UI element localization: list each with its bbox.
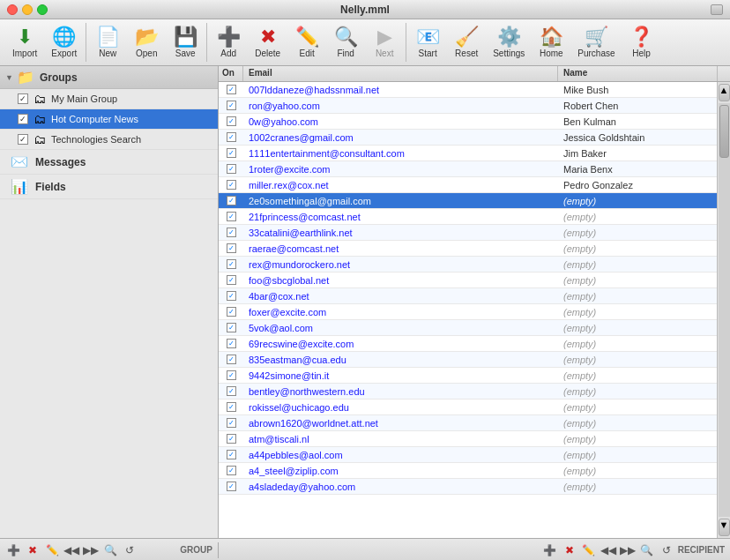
my-main-group-checkbox[interactable]: [18, 93, 28, 104]
table-row[interactable]: atm@tiscali.nl(empty): [219, 431, 717, 447]
sidebar-item-technologies-search[interactable]: 🗂 Technologies Search: [0, 130, 218, 150]
bottom-delete-button[interactable]: ✖: [25, 542, 41, 558]
row-checkbox[interactable]: [227, 116, 236, 126]
table-row[interactable]: a4_steel@ziplip.com(empty): [219, 463, 717, 479]
row-checkbox[interactable]: [227, 259, 236, 269]
import-button[interactable]: ⬇ Import: [5, 26, 44, 60]
table-row[interactable]: 9442simone@tin.it(empty): [219, 368, 717, 384]
recipient-refresh-button[interactable]: ↺: [659, 542, 674, 558]
open-button[interactable]: 📂 Open: [127, 26, 166, 60]
table-row[interactable]: 0w@yahoo.comBen Kulman: [219, 114, 717, 130]
messages-section[interactable]: ✉️ Messages: [0, 150, 218, 175]
row-checkbox[interactable]: [227, 323, 236, 332]
purchase-button[interactable]: 🛒 Purchase: [570, 26, 622, 60]
row-checkbox[interactable]: [227, 339, 236, 348]
edit-button[interactable]: ✏️ Edit: [287, 26, 326, 60]
table-row[interactable]: 69recswine@excite.com(empty): [219, 336, 717, 352]
scrollbar-down[interactable]: ▼: [719, 519, 730, 536]
technologies-search-checkbox[interactable]: [18, 134, 28, 145]
row-checkbox[interactable]: [227, 370, 236, 380]
recipient-delete-button[interactable]: ✖: [562, 542, 577, 558]
minimize-button[interactable]: [22, 4, 33, 15]
fields-section[interactable]: 📊 Fields: [0, 175, 218, 199]
row-checkbox[interactable]: [227, 402, 236, 412]
row-checkbox[interactable]: [227, 386, 236, 396]
table-row[interactable]: 33catalini@earthlink.net(empty): [219, 225, 717, 241]
table-row[interactable]: ron@yahoo.comRobert Chen: [219, 98, 717, 114]
table-row[interactable]: 4bar@cox.net(empty): [219, 288, 717, 304]
row-checkbox[interactable]: [227, 228, 236, 237]
sidebar-item-my-main-group[interactable]: 🗂 My Main Group: [0, 89, 218, 109]
resize-button[interactable]: [711, 4, 723, 15]
table-row[interactable]: 1111entertainment@consultant.comJim Bake…: [219, 146, 717, 161]
table-row[interactable]: rokissel@uchicago.edu(empty): [219, 399, 717, 415]
scrollbar-thumb[interactable]: [719, 105, 729, 158]
table-row[interactable]: a4sladeday@yahoo.com(empty): [219, 479, 717, 495]
recipient-edit-button[interactable]: ✏️: [581, 542, 597, 558]
bottom-prev-button[interactable]: ◀◀: [63, 542, 79, 558]
start-button[interactable]: 📧 Start: [408, 26, 447, 60]
table-row[interactable]: 835eastman@cua.edu(empty): [219, 352, 717, 368]
row-checkbox[interactable]: [227, 243, 236, 253]
bottom-refresh-button[interactable]: ↺: [122, 542, 138, 558]
row-checkbox[interactable]: [227, 466, 236, 475]
next-button[interactable]: ▶ Next: [365, 26, 404, 60]
help-button[interactable]: ❓ Help: [622, 26, 661, 60]
row-checkbox[interactable]: [227, 418, 236, 428]
new-button[interactable]: 📄 New: [88, 26, 127, 60]
table-row[interactable]: 1002cranes@gmail.comJessica Goldshtain: [219, 130, 717, 146]
scrollbar[interactable]: ▲ ▼: [717, 82, 730, 538]
hot-computer-news-checkbox[interactable]: [18, 114, 28, 124]
table-row[interactable]: miller.rex@cox.netPedro Gonzalez: [219, 177, 717, 193]
col-name-header[interactable]: Name: [558, 66, 717, 81]
row-checkbox[interactable]: [227, 164, 236, 174]
row-checkbox[interactable]: [227, 291, 236, 301]
export-button[interactable]: 🌐 Export: [44, 26, 84, 60]
row-checkbox[interactable]: [227, 148, 236, 158]
row-checkbox[interactable]: [227, 132, 236, 142]
close-button[interactable]: [7, 4, 18, 15]
delete-button[interactable]: ✖ Delete: [248, 26, 287, 60]
bottom-add-button[interactable]: ➕: [5, 542, 21, 558]
row-checkbox[interactable]: [227, 101, 236, 110]
table-row[interactable]: foo@sbcglobal.net(empty): [219, 273, 717, 288]
recipient-prev-button[interactable]: ◀◀: [600, 542, 616, 558]
bottom-next-button[interactable]: ▶▶: [83, 542, 99, 558]
recipient-next-button[interactable]: ▶▶: [620, 542, 636, 558]
row-checkbox[interactable]: [227, 307, 236, 317]
table-row[interactable]: abrown1620@worldnet.att.net(empty): [219, 415, 717, 431]
bottom-edit-button[interactable]: ✏️: [44, 542, 60, 558]
table-row[interactable]: a44pebbles@aol.com(empty): [219, 447, 717, 463]
table-row[interactable]: 007lddaneze@hadssnmail.netMike Bush: [219, 82, 717, 98]
table-row[interactable]: 5vok@aol.com(empty): [219, 320, 717, 336]
row-checkbox[interactable]: [227, 482, 236, 491]
table-row[interactable]: 2e0somethingal@gmail.com(empty): [219, 193, 717, 209]
row-checkbox[interactable]: [227, 180, 236, 190]
table-row[interactable]: raerae@comcast.net(empty): [219, 241, 717, 257]
save-button[interactable]: 💾 Save: [166, 26, 205, 60]
add-button[interactable]: ➕ Add: [209, 26, 248, 60]
find-button[interactable]: 🔍 Find: [326, 26, 365, 60]
home-button[interactable]: 🏠 Home: [532, 26, 570, 60]
table-row[interactable]: rex@mundorockero.net(empty): [219, 257, 717, 273]
table-row[interactable]: foxer@excite.com(empty): [219, 304, 717, 320]
settings-button[interactable]: ⚙️ Settings: [486, 26, 532, 60]
reset-button[interactable]: 🧹 Reset: [447, 26, 486, 60]
scrollbar-up[interactable]: ▲: [719, 84, 730, 101]
col-email-header[interactable]: Email: [243, 66, 558, 81]
row-checkbox[interactable]: [227, 196, 236, 205]
groups-header[interactable]: ▼ 📁 Groups: [0, 66, 218, 89]
table-row[interactable]: 1roter@excite.comMaria Benx: [219, 161, 717, 177]
bottom-search-button[interactable]: 🔍: [102, 542, 118, 558]
maximize-button[interactable]: [37, 4, 48, 15]
row-checkbox[interactable]: [227, 275, 236, 285]
sidebar-item-hot-computer-news[interactable]: 🗂 Hot Computer News: [0, 109, 218, 130]
table-body[interactable]: 007lddaneze@hadssnmail.netMike Bushron@y…: [219, 82, 717, 538]
row-checkbox[interactable]: [227, 212, 236, 221]
recipient-add-button[interactable]: ➕: [542, 542, 558, 558]
recipient-search-button[interactable]: 🔍: [639, 542, 655, 558]
row-checkbox[interactable]: [227, 85, 236, 94]
row-checkbox[interactable]: [227, 434, 236, 444]
row-checkbox[interactable]: [227, 450, 236, 459]
table-row[interactable]: 21fprincess@comcast.net(empty): [219, 209, 717, 225]
